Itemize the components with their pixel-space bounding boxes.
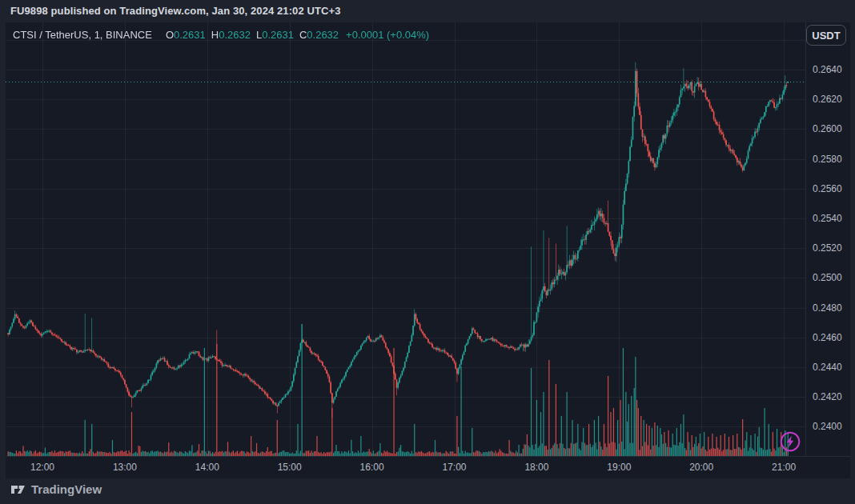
price-axis-label: 0.2620 [813, 94, 842, 105]
time-axis-label: 19:00 [601, 457, 636, 478]
ohlc-value: 0.2632 [307, 29, 339, 41]
price-axis-label: 0.2440 [813, 362, 842, 373]
ohlc-value: 0.2632 [219, 29, 251, 41]
ohlc-values: O0.2631H0.2632L0.2631C0.2632 [160, 29, 339, 41]
time-axis-label: 15:00 [272, 457, 307, 478]
chart-legend: CTSI / TetherUS, 1, BINANCEO0.2631H0.263… [13, 29, 429, 41]
time-axis-label: 18:00 [519, 457, 554, 478]
ohlc-value: 0.2631 [174, 29, 206, 41]
price-axis-label: 0.2640 [813, 64, 842, 75]
price-axis-label: 0.2580 [813, 154, 842, 165]
price-axis-label: 0.2460 [813, 332, 842, 343]
symbol-title: CTSI / TetherUS, 1, BINANCE [13, 29, 152, 41]
price-axis-label: 0.2520 [813, 242, 842, 254]
time-axis-label: 12:00 [25, 457, 60, 478]
time-axis-label: 16:00 [355, 457, 390, 478]
candlestick-chart[interactable] [6, 22, 805, 456]
attribution-text: FU9898 published on TradingView.com, Jan… [10, 5, 341, 17]
time-axis-label: 20:00 [684, 457, 719, 478]
tradingview-snapshot: FU9898 published on TradingView.com, Jan… [0, 0, 855, 504]
time-axis-label: 14:00 [190, 457, 225, 478]
price-axis-label: 0.2480 [813, 302, 842, 314]
currency-toggle-button[interactable]: USDT [806, 25, 846, 46]
price-axis-label: 0.2500 [813, 272, 842, 283]
ohlc-label: O [166, 29, 174, 41]
boost-button[interactable] [779, 430, 801, 453]
time-axis-label: 13:00 [107, 457, 142, 478]
price-axis-label: 0.2600 [813, 123, 842, 134]
ohlc-label: C [299, 29, 307, 41]
tradingview-logo-text: TradingView [31, 482, 102, 496]
price-axis-label: 0.2400 [813, 421, 842, 432]
time-axis-label: 17:00 [437, 457, 472, 478]
footer: TradingView [0, 478, 855, 504]
tradingview-logo[interactable]: TradingView [10, 482, 102, 496]
price-axis[interactable]: 0.26400.26200.26000.25800.25600.25400.25… [805, 22, 850, 456]
price-axis-label: 0.2560 [813, 183, 842, 194]
tradingview-logo-icon [10, 483, 26, 496]
time-axis-label: 21:00 [766, 457, 801, 478]
price-axis-label: 0.2420 [813, 391, 842, 402]
time-axis[interactable]: 12:0013:0014:0015:0016:0017:0018:0019:00… [6, 456, 850, 478]
chart-surface: 0.26400.26200.26000.25800.25600.25400.25… [6, 22, 850, 478]
lightning-icon [779, 430, 801, 453]
price-change: +0.0001 (+0.04%) [346, 29, 429, 41]
ohlc-value: 0.2631 [262, 29, 294, 41]
price-axis-label: 0.2540 [813, 213, 842, 224]
ohlc-label: H [211, 29, 219, 41]
